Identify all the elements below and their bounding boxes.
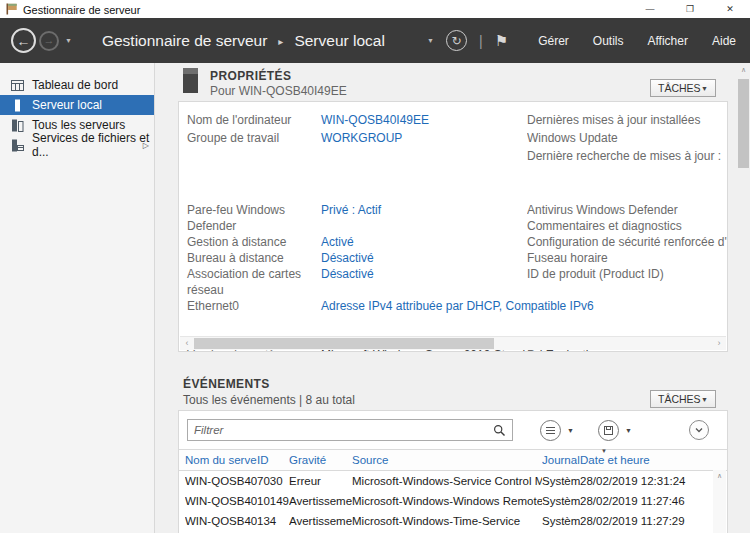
close-button[interactable]: ✕ [710, 0, 750, 18]
sidebar-item-label: Tableau de bord [32, 78, 118, 92]
scrollbar-thumb[interactable] [194, 338, 494, 349]
property-label: Association de cartes réseau [187, 266, 321, 298]
event-row[interactable]: WIN-QOSB40I49EE 134 Avertissement Micros… [179, 511, 727, 531]
properties-group-2: Pare-feu Windows Defender Privé : Actif … [179, 202, 727, 314]
filter-input[interactable] [188, 424, 493, 436]
sidebar-item-serveur-local[interactable]: Serveur local [0, 95, 154, 115]
filter-box [187, 419, 513, 441]
refresh-button[interactable]: ↻ [446, 30, 467, 51]
menu-afficher[interactable]: Afficher [636, 28, 700, 54]
notifications-flag-icon[interactable]: ⚑ [495, 32, 508, 50]
minimize-button[interactable]: — [630, 0, 670, 18]
horizontal-scrollbar[interactable]: ‹ › [180, 336, 726, 350]
cell-severity: Avertissement [289, 495, 352, 507]
property-label: Windows Update [527, 129, 727, 147]
tasks-label: TÂCHES [658, 82, 701, 94]
events-title: ÉVÉNEMENTS [183, 377, 270, 391]
caret-down-icon[interactable]: ▼ [625, 427, 632, 434]
property-value-link[interactable]: Désactivé [321, 250, 374, 266]
cell-datetime: 28/02/2019 12:31:24 [580, 475, 727, 487]
cell-journal: Système [542, 515, 580, 527]
list-filter-icon[interactable] [540, 420, 561, 441]
properties-group-1: Nom de l'ordinateur WIN-QOSB40I49EE Grou… [179, 111, 727, 165]
property-label: Dernières mises à jour installées [527, 111, 727, 129]
caret-down-icon: ▼ [701, 85, 708, 92]
property-value-link[interactable]: WIN-QOSB40I49EE [321, 111, 429, 129]
column-header-journal[interactable]: Journal [542, 454, 580, 466]
property-label: Commentaires et diagnostics [527, 218, 727, 234]
property-row: Association de cartes réseau Désactivé [187, 266, 527, 298]
sort-indicator-icon: ▼ [601, 448, 607, 454]
history-dropdown-icon[interactable]: ▼ [65, 37, 72, 44]
cell-id: 134 [257, 515, 289, 527]
property-label: Pare-feu Windows Defender [187, 202, 321, 234]
content-area: Tableau de bord Serveur local Tous les s… [0, 63, 750, 533]
sidebar-item-label: Tous les serveurs [32, 118, 125, 132]
properties-tasks-button[interactable]: TÂCHES ▼ [650, 79, 716, 97]
column-header-server[interactable]: Nom du serveur [185, 454, 257, 466]
divider: | [479, 33, 483, 49]
property-row: Pare-feu Windows Defender Privé : Actif [187, 202, 527, 234]
all-servers-icon [11, 119, 24, 132]
menu-gerer[interactable]: Gérer [526, 28, 581, 54]
caret-down-icon[interactable]: ▼ [567, 427, 574, 434]
cell-datetime: 28/02/2019 11:27:46 [580, 495, 727, 507]
column-header-id[interactable]: ID [257, 454, 289, 466]
scope-dropdown-icon[interactable]: ▼ [427, 37, 434, 44]
breadcrumb-current: Serveur local [294, 32, 384, 50]
scroll-left-icon[interactable]: ‹ [180, 337, 194, 350]
property-value-link[interactable]: Privé : Actif [321, 202, 381, 234]
menu-outils[interactable]: Outils [581, 28, 636, 54]
event-row[interactable]: WIN-QOSB40I49EE 10149 Avertissement Micr… [179, 491, 727, 511]
title-bar: Gestionnaire de serveur — ❐ ✕ [0, 0, 750, 18]
events-panel: ▼ ▼ [178, 410, 728, 533]
column-header-severity[interactable]: Gravité [289, 454, 352, 466]
menu-aide[interactable]: Aide [700, 28, 748, 54]
scroll-up-icon[interactable]: ∧ [713, 470, 726, 482]
scrollbar-thumb[interactable] [738, 79, 749, 168]
maximize-button[interactable]: ❐ [670, 0, 710, 18]
property-value-link[interactable]: WORKGROUP [321, 129, 402, 147]
cell-server: WIN-QOSB40I49EE [185, 475, 257, 487]
file-services-icon [11, 139, 24, 152]
save-query-button[interactable]: ▼ [598, 420, 632, 441]
property-value-link[interactable]: Désactivé [321, 266, 374, 298]
scroll-right-icon[interactable]: › [712, 337, 726, 350]
property-row: Gestion à distance Activé [187, 234, 527, 250]
cell-journal: Système [542, 495, 580, 507]
scrollbar-track[interactable] [194, 337, 712, 350]
expand-arrow-icon[interactable]: ▷ [143, 141, 149, 150]
back-button[interactable]: ← [11, 28, 36, 53]
breadcrumb-root[interactable]: Gestionnaire de serveur [102, 32, 267, 50]
cell-source: Microsoft-Windows-Windows Remote Managem… [352, 495, 542, 507]
chevron-down-icon [694, 425, 704, 435]
cell-source: Microsoft-Windows-Time-Service [352, 515, 542, 527]
server-manager-icon [5, 3, 18, 15]
search-icon[interactable] [493, 424, 506, 437]
event-row[interactable]: WIN-QOSB40I49EE 7030 Erreur Microsoft-Wi… [179, 471, 727, 491]
cell-id: 10149 [257, 495, 289, 507]
properties-server-icon [183, 68, 198, 93]
window-vertical-scrollbar[interactable]: ∧ [737, 63, 750, 533]
events-table-header: Nom du serveur ID Gravité Source Journal… [179, 449, 727, 471]
main-panel: PROPRIÉTÉS Pour WIN-QOSB40I49EE TÂCHES ▼… [155, 63, 750, 533]
property-label: Gestion à distance [187, 234, 321, 250]
save-query-icon[interactable] [598, 420, 619, 441]
column-header-source[interactable]: Source [352, 454, 542, 466]
events-toolbar: ▼ ▼ [179, 411, 727, 449]
column-header-datetime[interactable]: Date et heure [580, 454, 727, 466]
events-tasks-button[interactable]: TÂCHES ▼ [650, 390, 716, 408]
scroll-up-icon[interactable]: ∧ [737, 63, 750, 77]
events-subtitle: Tous les événements | 8 au total [183, 393, 355, 407]
forward-button[interactable]: → [39, 31, 59, 51]
property-label: Bureau à distance [187, 250, 321, 266]
caret-down-icon: ▼ [701, 396, 708, 403]
property-value-link[interactable]: Activé [321, 234, 354, 250]
sidebar-item-services-fichiers[interactable]: Services de fichiers et d... ▷ [0, 135, 154, 155]
events-vertical-scrollbar[interactable]: ∧ [713, 470, 726, 533]
cell-journal: Système [542, 475, 580, 487]
collapse-chevron-button[interactable] [689, 420, 709, 440]
cell-id: 7030 [257, 475, 289, 487]
sidebar-item-tableau-de-bord[interactable]: Tableau de bord [0, 75, 154, 95]
filter-criteria-button[interactable]: ▼ [540, 420, 574, 441]
